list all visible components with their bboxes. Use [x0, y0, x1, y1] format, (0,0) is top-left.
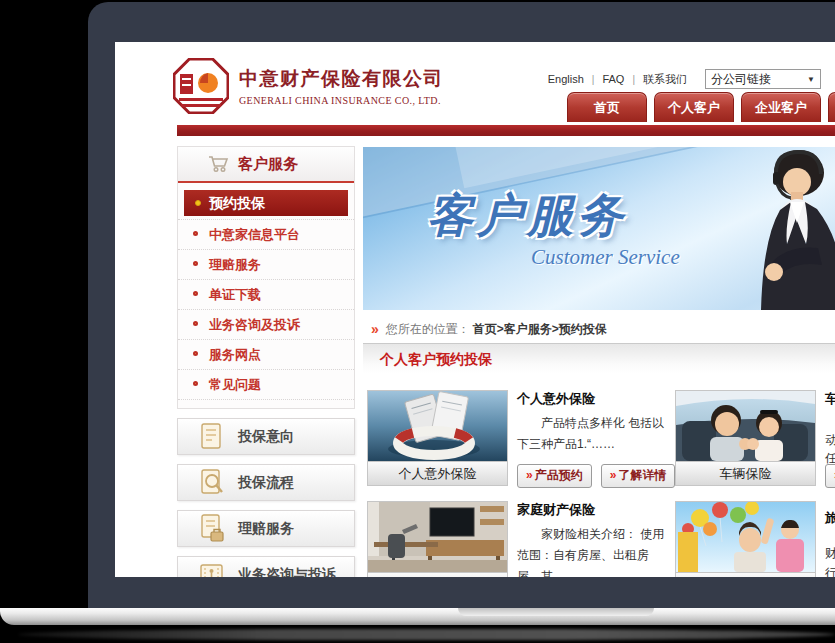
card-travel-insurance: 旅 财 行: [675, 499, 835, 577]
card-description: 动车: [825, 432, 835, 449]
tab-partial[interactable]: [828, 92, 835, 122]
utility-nav: English | FAQ | 联系我们 分公司链接 ▼: [540, 69, 821, 89]
sidebar-item-document-download[interactable]: 单证下载: [178, 280, 354, 310]
card-image-link[interactable]: 个人意外保险: [367, 390, 508, 486]
banner-subtitle: Customer Service: [531, 245, 680, 270]
ticket-icon: [198, 560, 225, 577]
quick-button-insurance-process[interactable]: 投保流程: [177, 464, 355, 501]
company-logo: 中意财产保险有限公司 GENERALI CHINA INSURANCE CO.,…: [173, 58, 444, 114]
product-cards: 个人意外保险 个人意外保险 产品特点多样化 包括以下三种产品1.“…… »产品预…: [363, 387, 835, 577]
card-description: 行: [825, 565, 835, 577]
home-interior-image: [368, 502, 507, 572]
bullet-icon: [193, 351, 198, 356]
quick-button-label: 业务咨询与投诉: [238, 566, 336, 578]
company-name-cn: 中意财产保险有限公司: [239, 66, 444, 92]
quick-button-label: 投保流程: [238, 474, 294, 492]
card-title: 旅: [825, 509, 835, 527]
branch-links-select[interactable]: 分公司链接 ▼: [705, 69, 821, 89]
page-background: 中意财产保险有限公司 GENERALI CHINA INSURANCE CO.,…: [0, 0, 835, 643]
sidebar-menu-box: 客户服务 预约投保 中意家信息平台 理赔服务 单证下载 业务咨询及投诉 服务网点: [177, 146, 355, 409]
card-image-link[interactable]: [367, 501, 508, 577]
document-search-icon: [198, 468, 225, 497]
bullet-icon: [193, 231, 198, 236]
card-title: 个人意外保险: [517, 390, 671, 408]
chevrons-icon: »: [526, 468, 533, 482]
sidebar-title: 客户服务: [238, 155, 298, 174]
sidebar-item-label: 业务咨询及投诉: [209, 317, 300, 332]
laptop-hinge-notch: [458, 608, 654, 616]
sidebar-item-label: 常见问题: [209, 377, 261, 392]
customer-service-agent-image: [723, 147, 835, 310]
learn-more-button[interactable]: »了解详情: [601, 464, 676, 488]
sidebar-item-faq[interactable]: 常见问题: [178, 370, 354, 400]
tab-label: 企业客户: [755, 100, 807, 115]
card-text: 家庭财产保险 家财险相关介绍： 使用范围：自有房屋、出租房屋、其……: [517, 501, 671, 577]
sidebar-item-zhongyi-platform[interactable]: 中意家信息平台: [178, 220, 354, 250]
sidebar-menu: 预约投保 中意家信息平台 理赔服务 单证下载 业务咨询及投诉 服务网点 常见问题: [178, 183, 354, 408]
browser-screen: 中意财产保险有限公司 GENERALI CHINA INSURANCE CO.,…: [115, 42, 835, 577]
quick-button-claims-service[interactable]: 理赔服务: [177, 510, 355, 547]
laptop-bezel: 中意财产保险有限公司 GENERALI CHINA INSURANCE CO.,…: [88, 2, 835, 608]
sidebar-item-label: 服务网点: [209, 347, 261, 362]
sidebar-item-label: 理赔服务: [209, 257, 261, 272]
bullet-icon: [195, 200, 201, 206]
sidebar-item-label: 中意家信息平台: [209, 227, 300, 242]
button-label: 了解详情: [618, 468, 666, 482]
document-briefcase-icon: [198, 514, 225, 543]
card-actions: »产品预约 »了解详情: [825, 464, 835, 488]
cart-icon: [208, 155, 229, 173]
lifebuoy-cards-image: [368, 391, 507, 461]
card-text: 个人意外保险 产品特点多样化 包括以下三种产品1.“……: [517, 390, 671, 455]
link-contact-us[interactable]: 联系我们: [643, 72, 687, 87]
company-name: 中意财产保险有限公司 GENERALI CHINA INSURANCE CO.,…: [239, 66, 444, 106]
card-title: 家庭财产保险: [517, 501, 671, 519]
sidebar-item-claims-service[interactable]: 理赔服务: [178, 250, 354, 280]
link-english[interactable]: English: [548, 73, 584, 85]
main-content: 客户服务 Customer Service: [363, 147, 835, 310]
card-caption[interactable]: [368, 572, 507, 577]
chevrons-icon: »: [610, 468, 617, 482]
card-home-property: 家庭财产保险 家财险相关介绍： 使用范围：自有房屋、出租房屋、其……: [367, 499, 671, 577]
people-with-balloons-image: [676, 502, 815, 572]
couple-in-car-image: [676, 391, 815, 461]
laptop-base: [0, 608, 835, 625]
card-caption[interactable]: 车辆保险: [676, 461, 815, 485]
bullet-icon: [193, 261, 198, 266]
breadcrumb-label: 您所在的位置：: [386, 321, 470, 338]
bullet-icon: [193, 291, 198, 296]
quick-button-insurance-intent[interactable]: 投保意向: [177, 418, 355, 455]
quick-button-business-inquiry[interactable]: 业务咨询与投诉: [177, 556, 355, 577]
card-caption[interactable]: 个人意外保险: [368, 461, 507, 485]
divider: |: [632, 74, 635, 85]
laptop-shadow: [18, 629, 835, 640]
card-description: 财: [825, 545, 835, 562]
header-divider-bar: [177, 125, 835, 136]
button-label: 产品预约: [535, 468, 583, 482]
tab-label: 首页: [594, 100, 620, 115]
sidebar: 客户服务 预约投保 中意家信息平台 理赔服务 单证下载 业务咨询及投诉 服务网点: [177, 146, 355, 577]
sidebar-item-slot: 预约投保: [178, 187, 354, 220]
tab-personal-customers[interactable]: 个人客户: [654, 92, 734, 122]
card-description: 产品特点多样化 包括以下三种产品1.“……: [517, 413, 671, 455]
product-reserve-button[interactable]: »产品预约: [517, 464, 592, 488]
sidebar-item-label: 单证下载: [209, 287, 261, 302]
sidebar-item-book-insurance[interactable]: 预约投保: [184, 190, 348, 216]
main-nav: 首页 个人客户 企业客户: [567, 92, 835, 122]
tab-corporate-customers[interactable]: 企业客户: [741, 92, 821, 122]
product-reserve-button[interactable]: »产品预约: [825, 464, 835, 488]
card-caption[interactable]: [676, 572, 815, 577]
sidebar-item-inquiry-complaints[interactable]: 业务咨询及投诉: [178, 310, 354, 340]
document-list-icon: [198, 422, 225, 451]
sidebar-item-label: 预约投保: [209, 195, 265, 211]
breadcrumb-path[interactable]: 首页>客户服务>预约投保: [473, 321, 607, 338]
card-image-link[interactable]: 车辆保险: [675, 390, 816, 486]
tab-home[interactable]: 首页: [567, 92, 647, 122]
sidebar-item-service-outlets[interactable]: 服务网点: [178, 340, 354, 370]
link-faq[interactable]: FAQ: [602, 73, 624, 85]
card-personal-accident: 个人意外保险 个人意外保险 产品特点多样化 包括以下三种产品1.“…… »产品预…: [367, 388, 671, 492]
branch-select-value: 分公司链接: [711, 71, 771, 88]
breadcrumb: » 您所在的位置： 首页>客户服务>预约投保: [363, 319, 835, 339]
card-image-link[interactable]: [675, 501, 816, 577]
company-name-en: GENERALI CHINA INSURANCE CO., LTD.: [239, 95, 444, 106]
card-vehicle-insurance: 车辆保险 车辆保险 动车 任 »产品预约 »了解详情: [675, 388, 835, 492]
